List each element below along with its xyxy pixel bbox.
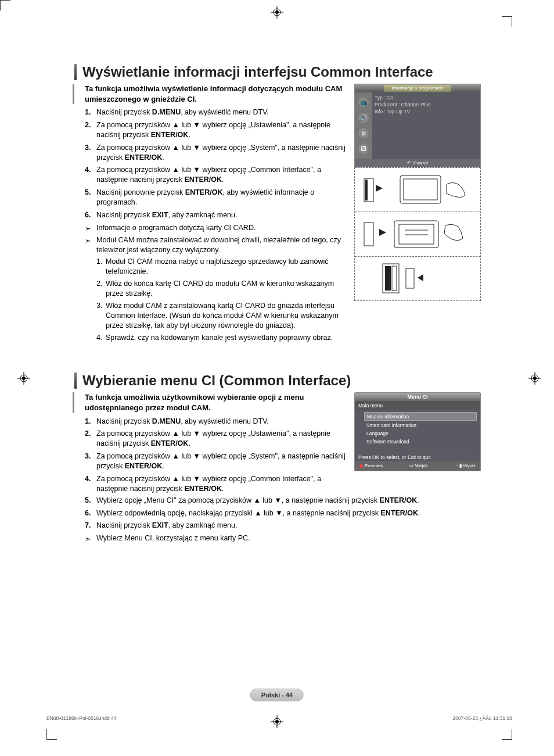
steps-list-continued: 5.Wybierz opcję „Menu CI" za pomocą przy… bbox=[74, 496, 481, 531]
footer-timestamp: 2007-05-23 ¿ÀÀü 11:31:18 bbox=[452, 715, 512, 721]
substep-item: 4.Sprawdź, czy na kodowanym kanale jest … bbox=[96, 333, 346, 343]
osd-info-line: Producent : Channel Plus bbox=[375, 102, 477, 109]
osd-nav-icon: 📺 bbox=[358, 97, 369, 108]
steps-list: 1.Naciśnij przycisk D.MENU, aby wyświetl… bbox=[74, 417, 346, 494]
registration-mark-icon bbox=[528, 372, 541, 385]
osd-menu-item: Software Download bbox=[364, 438, 477, 445]
page-number-badge: Polski - 44 bbox=[250, 689, 304, 701]
svg-rect-21 bbox=[364, 223, 373, 246]
crop-mark bbox=[0, 0, 10, 10]
step-item: 7.Naciśnij przycisk EXIT, aby zamknąć me… bbox=[85, 521, 481, 531]
step-item: 2.Za pomocą przycisków ▲ lub ▼ wybierz o… bbox=[85, 429, 346, 449]
step-item: 5.Wybierz opcję „Menu CI" za pomocą przy… bbox=[85, 496, 481, 506]
note-arrow-icon: ➣ bbox=[85, 237, 91, 246]
section-title-text: Wybieranie menu CI (Common Interface) bbox=[82, 372, 351, 389]
document-page: Wyświetlanie informacji interfejsu Commo… bbox=[0, 0, 554, 756]
enter-icon: ⏎ bbox=[409, 463, 415, 468]
substep-item: 2.Włóż do końca kartę CI CARD do modułu … bbox=[96, 279, 346, 299]
section-intro: Ta funkcja umożliwia wyświetlenie inform… bbox=[73, 84, 346, 104]
step-item: 4.Za pomocą przycisków ▲ lub ▼ wybierz o… bbox=[85, 474, 346, 494]
note-arrow-icon: ➣ bbox=[85, 224, 91, 234]
osd-nav-icon: 🖼 bbox=[358, 144, 369, 154]
section-heading: Wybieranie menu CI (Common Interface) bbox=[74, 372, 481, 389]
diagram-step bbox=[355, 212, 480, 256]
section-title-text: Wyświetlanie informacji interfejsu Commo… bbox=[82, 64, 433, 80]
registration-mark-icon bbox=[17, 372, 30, 385]
page-content: Wyświetlanie informacji interfejsu Commo… bbox=[74, 64, 481, 546]
osd-sidebar: 📺 🔊 ⚙ 🖼 bbox=[355, 92, 372, 159]
section-heading: Wyświetlanie informacji interfejsu Commo… bbox=[74, 64, 481, 80]
substep-item: 1.Moduł CI CAM można nabyć u najbliższeg… bbox=[96, 257, 346, 277]
step-item: 3.Za pomocą przycisków ▲ lub ▼ wybierz o… bbox=[85, 143, 346, 163]
step-item: 6.Wybierz odpowiednią opcję, naciskając … bbox=[85, 508, 481, 518]
steps-list: 1.Naciśnij przycisk D.MENU, aby wyświetl… bbox=[74, 108, 346, 220]
osd-screenshot: Informacje o programach 📺 🔊 ⚙ 🖼 Typ : CA… bbox=[354, 84, 481, 167]
osd-menu-item: Module information bbox=[364, 412, 477, 421]
step-item: 1.Naciśnij przycisk D.MENU, aby wyświetl… bbox=[85, 108, 346, 117]
step-item: 3.Za pomocą przycisków ▲ lub ▼ wybierz o… bbox=[85, 452, 346, 471]
registration-mark-icon bbox=[271, 6, 283, 19]
note-line: ➣ Moduł CAM można zainstalować w dowolne… bbox=[74, 235, 346, 255]
osd-back-label: Powrót bbox=[413, 160, 428, 166]
svg-rect-20 bbox=[404, 179, 437, 200]
osd-foot-enter: ⏎ Wejdź bbox=[409, 463, 427, 468]
osd-info-line: Info : Top Up TV bbox=[375, 109, 477, 116]
note-arrow-icon: ➣ bbox=[85, 535, 91, 544]
osd-menu-list: Module information Smart card informatio… bbox=[355, 410, 480, 453]
osd-foot-move: Przenieś bbox=[359, 463, 383, 468]
step-item: 4.Za pomocą przycisków ▲ lub ▼ wybierz o… bbox=[85, 165, 346, 185]
osd-nav-icon: ⚙ bbox=[358, 128, 369, 138]
svg-rect-17 bbox=[365, 180, 368, 200]
note-line: ➣ Wybierz Menu CI, korzystając z menu ka… bbox=[74, 533, 481, 543]
osd-footer: Przenieś ⏎ Wejdź →▮ Wyjdź bbox=[355, 461, 480, 471]
diagram-step bbox=[355, 256, 480, 300]
step-item: 6.Naciśnij przycisk EXIT, aby zamknąć me… bbox=[85, 210, 346, 220]
svg-rect-28 bbox=[385, 266, 391, 291]
osd-info-line: Typ : CA bbox=[375, 95, 477, 102]
osd-title-bar: Informacje o programach bbox=[355, 84, 480, 92]
osd-title-text: Menu CI bbox=[355, 393, 480, 401]
osd-subtitle: Main menu bbox=[355, 401, 480, 410]
step-item: 5.Naciśnij ponownie przycisk ENTER/OK, a… bbox=[85, 188, 346, 207]
step-item: 1.Naciśnij przycisk D.MENU, aby wyświetl… bbox=[85, 417, 346, 427]
installation-diagram bbox=[354, 167, 481, 301]
svg-marker-18 bbox=[376, 185, 383, 192]
diagram-step bbox=[355, 167, 480, 212]
substeps-list: 1.Moduł CI CAM można nabyć u najbliższeg… bbox=[74, 257, 346, 342]
osd-nav-icon: 🔊 bbox=[358, 113, 369, 123]
svg-marker-22 bbox=[379, 229, 386, 236]
svg-rect-24 bbox=[399, 224, 434, 244]
osd-screenshot: Menu CI Main menu Module information Sma… bbox=[354, 392, 481, 471]
osd-body: Typ : CA Producent : Channel Plus Info :… bbox=[375, 95, 477, 116]
substep-item: 3.Włóż moduł CAM z zainstalowaną kartą C… bbox=[96, 301, 346, 331]
footer-filename: BN68-01186K-Pol-0516.indd 44 bbox=[46, 715, 117, 721]
exit-icon: →▮ bbox=[455, 463, 463, 468]
registration-mark-icon bbox=[271, 715, 283, 728]
osd-menu-item: Smart card information bbox=[364, 421, 477, 429]
osd-menu-item: Language bbox=[364, 429, 477, 437]
osd-prompt: Press OK to select, or Exit to quit bbox=[355, 453, 480, 461]
heading-accent-bar bbox=[74, 64, 77, 80]
osd-title-text: Informacje o programach bbox=[384, 85, 452, 92]
step-item: 2.Za pomocą przycisków ▲ lub ▼ wybierz o… bbox=[85, 120, 346, 140]
svg-rect-30 bbox=[406, 268, 414, 288]
heading-accent-bar bbox=[74, 372, 77, 389]
svg-rect-29 bbox=[392, 266, 397, 291]
osd-foot-exit: →▮ Wyjdź bbox=[455, 463, 476, 468]
section-intro: Ta funkcja umożliwia użytkownikowi wybie… bbox=[73, 392, 346, 413]
return-icon: ↶ bbox=[407, 160, 411, 166]
note-line: ➣ Informacje o programach dotyczą karty … bbox=[74, 223, 346, 233]
svg-marker-31 bbox=[418, 274, 423, 281]
osd-footer: ↶ Powrót bbox=[355, 159, 480, 167]
